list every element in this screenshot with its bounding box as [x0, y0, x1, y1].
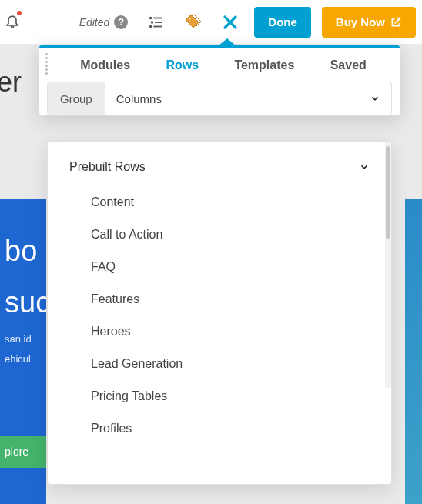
- done-button[interactable]: Done: [254, 7, 311, 38]
- top-toolbar: Edited ? Done Buy Now: [0, 0, 422, 45]
- hero-headline-fragment-2: suc: [5, 281, 42, 325]
- explore-label-fragment: plore: [5, 446, 28, 458]
- tab-saved[interactable]: Saved: [330, 58, 367, 72]
- buy-now-button[interactable]: Buy Now: [322, 7, 416, 38]
- list-item[interactable]: Pricing Tables: [48, 380, 391, 412]
- hero-text-fragment-1: san id: [5, 332, 42, 346]
- list-item[interactable]: Content: [48, 186, 391, 219]
- rows-dropdown: Prebuilt Rows Content Call to Action FAQ…: [47, 141, 392, 485]
- scrollbar-thumb[interactable]: [386, 146, 390, 239]
- panel-tabs: Modules Rows Templates Saved: [39, 48, 400, 82]
- notification-dot-icon: [17, 11, 22, 15]
- explore-button-fragment[interactable]: plore: [0, 436, 46, 468]
- tab-templates[interactable]: Templates: [234, 58, 294, 72]
- close-panel-button[interactable]: [217, 9, 243, 35]
- list-item[interactable]: Heroes: [48, 315, 391, 348]
- tab-rows[interactable]: Rows: [166, 58, 199, 72]
- done-button-label: Done: [268, 15, 297, 28]
- notifications-button[interactable]: [5, 12, 20, 29]
- edited-label: Edited: [79, 16, 110, 28]
- buy-now-label: Buy Now: [336, 15, 385, 28]
- outline-button[interactable]: [143, 9, 169, 35]
- panel-arrow-icon: [218, 38, 236, 46]
- svg-point-3: [150, 17, 152, 18]
- content-panel: Modules Rows Templates Saved Group Colum…: [39, 45, 400, 116]
- hero-headline-fragment-1: bo: [5, 229, 42, 273]
- hero-section-fragment: bo suc san id ehicul plore: [0, 199, 46, 504]
- list-item[interactable]: Features: [48, 283, 391, 315]
- list-item[interactable]: Lead Generation: [48, 348, 391, 380]
- tags-button[interactable]: [180, 9, 206, 35]
- chevron-down-icon[interactable]: [359, 93, 391, 104]
- scrollbar[interactable]: [385, 142, 391, 388]
- svg-point-5: [150, 25, 152, 27]
- edited-status: Edited ?: [79, 15, 129, 29]
- prebuilt-rows-list: Content Call to Action FAQ Features Hero…: [48, 183, 391, 460]
- prebuilt-rows-header[interactable]: Prebuilt Rows: [48, 142, 391, 183]
- help-icon[interactable]: ?: [114, 15, 128, 29]
- tags-icon: [184, 13, 203, 32]
- hero-right-fragment: [405, 199, 422, 504]
- tab-modules[interactable]: Modules: [80, 58, 130, 72]
- svg-point-4: [152, 22, 153, 23]
- close-icon: [221, 13, 239, 32]
- panel-subbar: Group Columns: [47, 82, 392, 115]
- page-title-fragment: Der: [0, 66, 22, 98]
- drag-handle-icon[interactable]: [45, 53, 48, 75]
- chevron-down-icon: [359, 162, 370, 172]
- subbar-group-label[interactable]: Group: [48, 82, 106, 115]
- list-item[interactable]: FAQ: [48, 251, 391, 283]
- subbar-select[interactable]: Columns: [106, 82, 359, 115]
- subbar-select-value: Columns: [116, 92, 162, 105]
- outline-icon: [148, 14, 165, 31]
- list-item[interactable]: Profiles: [48, 412, 391, 445]
- prebuilt-rows-label: Prebuilt Rows: [69, 160, 146, 174]
- list-item[interactable]: Call to Action: [48, 219, 391, 251]
- hero-text-fragment-2: ehicul: [5, 352, 42, 366]
- external-link-icon: [390, 16, 402, 28]
- svg-point-6: [189, 17, 190, 18]
- popover-arrow-icon: [370, 141, 383, 142]
